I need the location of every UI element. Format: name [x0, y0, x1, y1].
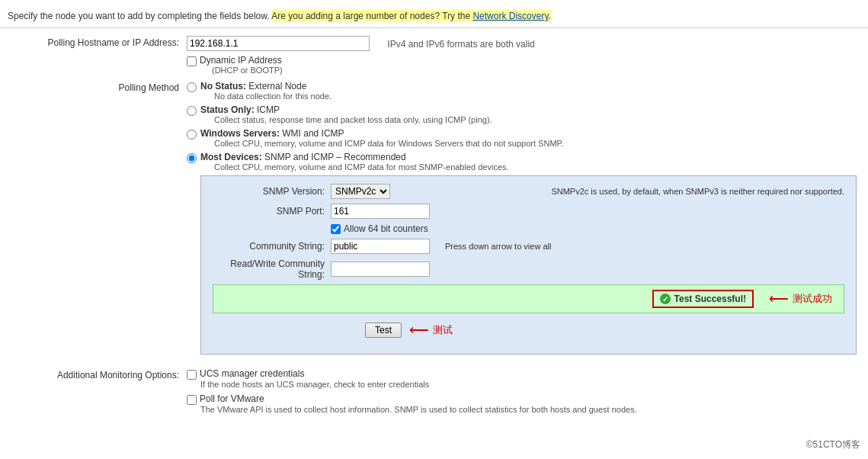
success-bar: ✓ Test Successful! ⟵ 测试成功 — [213, 284, 844, 313]
rw-community-input[interactable] — [331, 262, 430, 277]
hostname-input[interactable] — [187, 36, 370, 51]
radio-no-status-label: No Status: External Node — [200, 81, 332, 91]
snmp-port-row: SNMP Port: — [213, 204, 844, 219]
success-annotation-text: 测试成功 — [793, 292, 832, 306]
snmp-version-select[interactable]: SNMPv2c SNMPv1 SNMPv3 — [331, 184, 390, 199]
snmp-version-note: SNMPv2c is used, by default, when SNMPv3… — [390, 187, 844, 196]
success-badge: ✓ Test Successful! — [652, 290, 754, 308]
additional-options: UCS manager credentials If the node host… — [187, 368, 857, 419]
allow-64bit-checkbox[interactable] — [331, 224, 341, 234]
test-arrow-icon: ⟵ — [409, 322, 429, 339]
snmp-port-input[interactable] — [331, 204, 430, 219]
rw-community-label: Read/Write Community String: — [213, 258, 331, 280]
ucs-label: UCS manager credentials — [200, 368, 304, 379]
ip-hint: IPv4 and IPv6 formats are both valid — [387, 39, 534, 50]
community-string-label: Community String: — [213, 241, 331, 252]
radio-status-only-label: Status Only: ICMP — [200, 104, 492, 115]
vmware-checkbox[interactable] — [187, 395, 197, 405]
network-discovery-link[interactable]: Network Discovery — [472, 11, 548, 21]
success-text: Test Successful! — [674, 294, 746, 304]
highlight-text: Are you adding a large number of nodes? … — [271, 10, 551, 22]
radio-windows-label: Windows Servers: WMI and ICMP — [200, 128, 564, 139]
test-row: Test ⟵ 测试 — [365, 318, 844, 342]
radio-status-only-sub: Collect status, response time and packet… — [214, 115, 492, 124]
dynamic-ip-label: Dynamic IP Address — [200, 55, 283, 66]
snmp-version-label: SNMP Version: — [213, 186, 331, 197]
snmp-version-row: SNMP Version: SNMPv2c SNMPv1 SNMPv3 SNMP… — [213, 184, 844, 199]
community-string-row: Community String: Press down arrow to vi… — [213, 239, 844, 254]
dynamic-ip-sub: (DHCP or BOOTP) — [212, 66, 283, 75]
radio-no-status-input[interactable] — [187, 82, 197, 92]
polling-method-content: No Status: External Node No data collect… — [187, 81, 857, 355]
test-annotation-text: 测试 — [433, 323, 453, 337]
rw-community-row: Read/Write Community String: — [213, 258, 844, 280]
additional-section: Additional Monitoring Options: UCS manag… — [8, 368, 860, 419]
ucs-option: UCS manager credentials If the node host… — [187, 368, 857, 389]
vmware-label: Poll for VMware — [200, 393, 264, 404]
radio-most-devices-sub: Collect CPU, memory, volume and ICMP dat… — [214, 162, 509, 172]
success-icon: ✓ — [660, 294, 671, 304]
allow-64bit-label: Allow 64 bit counters — [344, 223, 428, 234]
community-string-input[interactable] — [331, 239, 430, 254]
radio-windows-servers: Windows Servers: WMI and ICMP Collect CP… — [187, 128, 857, 148]
radio-status-only-input[interactable] — [187, 106, 197, 116]
success-arrow-icon: ⟵ — [769, 290, 789, 307]
radio-most-devices: Most Devices: SNMP and ICMP – Recommende… — [187, 152, 857, 172]
vmware-sub: The VMware API is used to collect host i… — [200, 405, 857, 414]
watermark: ©51CTO博客 — [806, 438, 860, 451]
vmware-option: Poll for VMware The VMware API is used t… — [187, 393, 857, 414]
polling-method-label: Polling Method — [11, 81, 187, 93]
allow-64bit-row: Allow 64 bit counters — [331, 223, 844, 234]
dynamic-ip-row: Dynamic IP Address (DHCP or BOOTP) — [187, 55, 857, 75]
polling-method-row: Polling Method No Status: External Node … — [8, 81, 860, 361]
radio-status-only: Status Only: ICMP Collect status, respon… — [187, 104, 857, 124]
hostname-label: Polling Hostname or IP Address: — [11, 36, 187, 48]
dynamic-ip-checkbox[interactable] — [187, 56, 197, 66]
top-notice: Specify the node you want to add by comp… — [0, 8, 868, 28]
radio-windows-input[interactable] — [187, 130, 197, 140]
ucs-sub: If the node hosts an UCS manager, check … — [200, 380, 857, 389]
snmp-box: SNMP Version: SNMPv2c SNMPv1 SNMPv3 SNMP… — [200, 175, 857, 355]
community-string-hint: Press down arrow to view all — [445, 242, 551, 251]
hostname-row: Polling Hostname or IP Address: IPv4 and… — [8, 36, 860, 75]
radio-no-status: No Status: External Node No data collect… — [187, 81, 857, 101]
test-button[interactable]: Test — [365, 323, 402, 338]
form-section: Polling Hostname or IP Address: IPv4 and… — [0, 36, 868, 419]
success-annotation: ⟵ 测试成功 — [769, 290, 832, 307]
radio-most-devices-label: Most Devices: SNMP and ICMP – Recommende… — [200, 152, 509, 162]
ucs-checkbox[interactable] — [187, 370, 197, 380]
snmp-port-label: SNMP Port: — [213, 206, 331, 217]
radio-no-status-sub: No data collection for this node. — [214, 91, 332, 101]
hostname-content: IPv4 and IPv6 formats are both valid Dyn… — [187, 36, 857, 75]
radio-windows-sub: Collect CPU, memory, volume and ICMP dat… — [214, 139, 564, 148]
page-container: Specify the node you want to add by comp… — [0, 0, 868, 459]
notice-text: Specify the node you want to add by comp… — [8, 11, 270, 21]
radio-most-devices-input[interactable] — [187, 153, 197, 163]
additional-label: Additional Monitoring Options: — [11, 368, 187, 380]
